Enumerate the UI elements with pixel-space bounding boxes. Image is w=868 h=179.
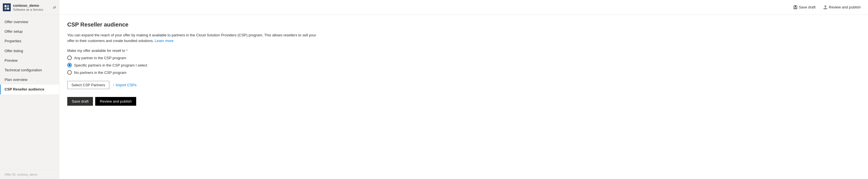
save-draft-button[interactable]: Save draft — [67, 97, 93, 106]
description-text: You can expand the reach of your offer b… — [67, 32, 321, 43]
top-bar-actions: Save draft Review and publish — [792, 4, 862, 10]
radio-label-any-partner: Any partner in the CSP program — [74, 56, 126, 60]
sidebar-expand-icon[interactable]: ⇄ — [53, 5, 56, 9]
import-csps-link[interactable]: ↑ Import CSPs — [113, 83, 136, 87]
page-title: CSP Reseller audience — [67, 22, 860, 28]
svg-rect-0 — [4, 5, 6, 7]
sidebar-item-plan-overview[interactable]: Plan overview — [0, 75, 59, 84]
required-marker: * — [125, 48, 128, 53]
org-subtitle: Software as a Service — [13, 8, 43, 11]
review-publish-topbar-label: Review and publish — [829, 5, 861, 9]
review-publish-button[interactable]: Review and publish — [95, 97, 136, 106]
sidebar-nav: Offer overview Offer setup Properties Of… — [0, 15, 59, 170]
import-csps-label: Import CSPs — [116, 83, 136, 87]
import-arrow-icon: ↑ — [113, 83, 115, 87]
action-row: Select CSP Partners ↑ Import CSPs — [67, 81, 860, 89]
svg-rect-5 — [795, 6, 796, 7]
review-publish-topbar-button[interactable]: Review and publish — [822, 4, 862, 10]
radio-circle-any-partner — [67, 56, 72, 60]
radio-item-any-partner[interactable]: Any partner in the CSP program — [67, 56, 860, 60]
svg-rect-3 — [7, 8, 9, 9]
field-label: Make my offer available for resell to * — [67, 48, 860, 53]
radio-item-no-partners[interactable]: No partners in the CSP program — [67, 70, 860, 75]
sidebar-item-offer-overview[interactable]: Offer overview — [0, 17, 59, 27]
svg-rect-1 — [7, 5, 9, 7]
radio-circle-specific-partners — [67, 63, 72, 67]
sidebar-org-info: contoso_demo Software as a Service — [13, 3, 43, 11]
org-name: contoso_demo — [13, 3, 43, 8]
radio-group: Any partner in the CSP program Specific … — [67, 56, 860, 75]
svg-rect-6 — [794, 7, 797, 9]
radio-label-specific-partners: Specific partners in the CSP program I s… — [74, 63, 147, 67]
sidebar-header: contoso_demo Software as a Service ⇄ — [0, 0, 59, 15]
sidebar-item-offer-listing[interactable]: Offer listing — [0, 46, 59, 56]
radio-label-no-partners: No partners in the CSP program — [74, 70, 126, 75]
top-bar: Save draft Review and publish — [59, 0, 868, 15]
sidebar: contoso_demo Software as a Service ⇄ Off… — [0, 0, 59, 179]
save-icon — [794, 5, 797, 9]
main-content: Save draft Review and publish CSP Resell… — [59, 0, 868, 179]
sidebar-item-csp-reseller-audience[interactable]: CSP Reseller audience — [0, 84, 59, 94]
bottom-actions: Save draft Review and publish — [67, 97, 860, 106]
radio-item-specific-partners[interactable]: Specific partners in the CSP program I s… — [67, 63, 860, 67]
page-content: CSP Reseller audience You can expand the… — [59, 15, 868, 179]
sidebar-footer: Offer ID: contoso_demo — [0, 170, 59, 179]
select-csp-partners-button[interactable]: Select CSP Partners — [67, 81, 110, 89]
radio-circle-no-partners — [67, 70, 72, 75]
learn-more-link[interactable]: Learn more — [155, 39, 174, 43]
sidebar-item-properties[interactable]: Properties — [0, 36, 59, 46]
sidebar-item-offer-setup[interactable]: Offer setup — [0, 27, 59, 36]
publish-icon — [824, 5, 827, 9]
save-draft-topbar-button[interactable]: Save draft — [792, 4, 817, 10]
svg-rect-2 — [4, 8, 6, 9]
sidebar-logo — [3, 3, 11, 11]
sidebar-item-preview[interactable]: Preview — [0, 56, 59, 65]
sidebar-item-technical-configuration[interactable]: Technical configuration — [0, 65, 59, 75]
save-draft-topbar-label: Save draft — [799, 5, 815, 9]
